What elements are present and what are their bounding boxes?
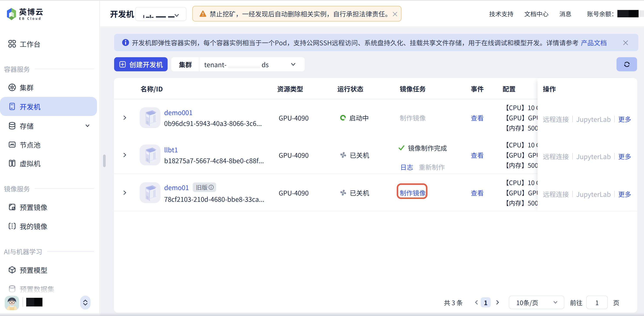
more-link[interactable]: 更多 (618, 189, 631, 199)
more-link[interactable]: 更多 (618, 114, 631, 124)
avatar[interactable] (5, 296, 19, 310)
storage-icon (8, 122, 16, 130)
goto-page-input[interactable]: 1 (586, 296, 608, 309)
view-events-link[interactable]: 查看 (471, 113, 484, 122)
cluster-value-redacted (228, 61, 260, 68)
sidebar-item-my-image[interactable]: 我的镜像 (0, 216, 100, 236)
chevron-down-icon (552, 299, 559, 305)
devmachine-table: 名称/ID 资源类型 运行状态 镜像任务 事件 配置 demo001 0b96d… (114, 78, 637, 312)
col-actions: 操作 (543, 78, 556, 99)
server-3d-icon (140, 145, 160, 165)
prev-page-icon[interactable] (473, 297, 480, 307)
action-divider (614, 116, 615, 122)
info-close-icon[interactable]: × (622, 39, 629, 46)
balance-redacted (639, 11, 644, 17)
instance-name-link[interactable]: llbt1 (164, 146, 178, 153)
product-doc-link[interactable]: 产品文档 (581, 38, 607, 47)
chevron-down-icon (290, 61, 297, 68)
event-cell: 查看 (471, 174, 484, 211)
vm-icon (8, 159, 16, 167)
user-switch-button[interactable] (80, 296, 90, 309)
cluster-select[interactable]: tenant- (204, 60, 226, 69)
nav-support[interactable]: 技术支持 (489, 9, 514, 18)
sidebar-item-vm[interactable]: 虚拟机 (0, 154, 100, 173)
info-icon (122, 39, 129, 46)
jupyterlab-link[interactable]: JupyterLab (576, 189, 611, 199)
remote-connect-link[interactable]: 远程连接 (543, 114, 569, 124)
name-id-cell: demo01旧版 78cf2103-210d-4680-bbe8-33ca... (164, 174, 264, 211)
nav-docs[interactable]: 文档中心 (524, 9, 548, 18)
col-image-task: 镜像任务 (400, 78, 426, 99)
resource-cell: GPU-4090 (279, 174, 308, 211)
sidebar-item-preset-image[interactable]: 预置镜像 (0, 197, 100, 216)
page-unit: 页 (613, 297, 619, 307)
sidebar-item-workbench[interactable]: 工作台 (0, 34, 100, 53)
page-title: 开发机 (110, 9, 134, 18)
scrollbar-thumb[interactable] (103, 155, 106, 167)
instance-name-link[interactable]: demo001 (164, 108, 192, 116)
sidebar-item-preset-model[interactable]: 预置模型 (0, 260, 100, 279)
server-tile (140, 174, 160, 211)
next-page-icon[interactable] (494, 297, 501, 307)
page-size-select[interactable]: 10条/页 (509, 296, 564, 309)
sidebar-item-storage[interactable]: 存储 (0, 116, 100, 135)
expand-chevron-icon[interactable] (122, 174, 128, 211)
project-select-redacted-value (143, 15, 172, 18)
more-link[interactable]: 更多 (618, 152, 631, 161)
user-divider (22, 297, 23, 307)
cluster-filter: 集群 tenant-ds (171, 57, 305, 71)
row-divider (538, 211, 644, 211)
col-event: 事件 (471, 78, 484, 99)
balance-label: 账号余额： (587, 9, 617, 18)
sidebar-item-devmachine[interactable]: 开发机 (0, 97, 97, 116)
goto-label: 前往 (570, 297, 582, 307)
sidebar-item-cluster[interactable]: 集群 (0, 78, 100, 97)
warning-close-icon[interactable]: × (392, 10, 398, 17)
create-devmachine-button[interactable]: 创建开发机 (114, 57, 168, 71)
log-link[interactable]: 日志 (400, 162, 413, 172)
jupyterlab-link[interactable]: JupyterLab (576, 114, 611, 124)
image-task-cell: 制作镜像 (400, 99, 426, 136)
expand-chevron-icon[interactable] (122, 99, 128, 136)
refresh-button[interactable] (616, 57, 637, 71)
event-cell: 查看 (471, 99, 484, 136)
col-resource: 资源类型 (277, 78, 303, 99)
sidebar-section-container: 容器服务 (0, 62, 100, 75)
nav-messages[interactable]: 消息 (559, 9, 572, 18)
pagination: 共 3 条 1 10条/页 前往 1 页 (114, 292, 637, 312)
chevron-down-icon (84, 122, 91, 129)
instance-name-link[interactable]: demo01 (164, 183, 189, 191)
cluster-label: 集群 (179, 60, 192, 69)
action-divider (614, 191, 615, 197)
brand-subtitle: EB Cloud (19, 16, 44, 21)
view-events-link[interactable]: 查看 (471, 150, 484, 160)
server-3d-icon (140, 182, 160, 203)
rebuild-link[interactable]: 重新制作 (419, 162, 445, 172)
remote-connect-link[interactable]: 远程连接 (543, 189, 569, 199)
warning-triangle-icon (199, 10, 206, 17)
window-top-edge (0, 0, 644, 1)
brand-logo: 英博云 EB Cloud (6, 7, 44, 21)
page-number[interactable]: 1 (481, 297, 491, 307)
window-bottom-edge (0, 312, 644, 316)
jupyterlab-link[interactable]: JupyterLab (576, 152, 611, 161)
server-tile (140, 99, 160, 136)
resource-cell: GPU-4090 (279, 136, 308, 174)
workbench-icon (8, 40, 16, 48)
status-stopped-icon (340, 152, 347, 158)
expand-chevron-icon[interactable] (122, 136, 128, 174)
action-divider (572, 153, 573, 160)
project-select[interactable] (135, 7, 186, 21)
sidebar-item-nodepool[interactable]: 节点池 (0, 135, 100, 154)
status-starting-icon (340, 114, 346, 121)
status-cell: 已关机 (340, 136, 369, 174)
status-cell: 已关机 (340, 174, 369, 211)
brand-name: 英博云 (19, 7, 44, 16)
plus-square-icon (119, 61, 126, 68)
preset-model-icon (8, 266, 16, 274)
remote-connect-link[interactable]: 远程连接 (543, 152, 569, 161)
view-events-link[interactable]: 查看 (471, 188, 484, 197)
col-config: 配置 (502, 78, 516, 99)
row-actions: 远程连接 JupyterLab 更多 (543, 152, 631, 161)
info-banner: 开发机即弹性容器实例，每个容器实例相当于一个Pod，支持公网SSH远程访问、系统… (114, 34, 638, 51)
